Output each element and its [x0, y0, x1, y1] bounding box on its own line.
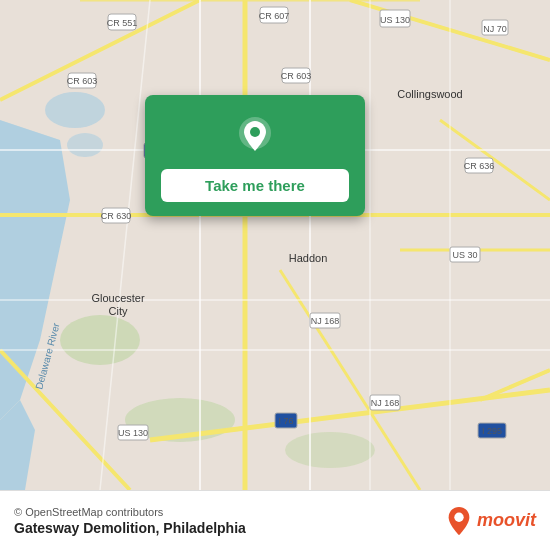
- bottom-info: © OpenStreetMap contributors Gatesway De…: [14, 506, 246, 536]
- svg-text:City: City: [109, 305, 128, 317]
- moovit-logo-text: moovit: [477, 510, 536, 531]
- location-pin-icon: [233, 113, 277, 157]
- map-attribution: © OpenStreetMap contributors: [14, 506, 246, 518]
- take-me-there-button[interactable]: Take me there: [161, 169, 349, 202]
- svg-text:NJ 168: NJ 168: [371, 398, 400, 408]
- svg-text:CR 551: CR 551: [107, 18, 138, 28]
- svg-text:CR 630: CR 630: [101, 211, 132, 221]
- svg-point-64: [454, 512, 463, 521]
- svg-text:I 76: I 76: [278, 416, 293, 426]
- location-label: Gatesway Demolition, Philadelphia: [14, 520, 246, 536]
- svg-text:I 295: I 295: [482, 426, 502, 436]
- svg-text:CR 636: CR 636: [464, 161, 495, 171]
- svg-text:Haddon: Haddon: [289, 252, 328, 264]
- svg-text:NJ 70: NJ 70: [483, 24, 507, 34]
- svg-text:CR 607: CR 607: [259, 11, 290, 21]
- svg-text:US 130: US 130: [380, 15, 410, 25]
- svg-point-3: [45, 92, 105, 128]
- svg-text:CR 603: CR 603: [281, 71, 312, 81]
- map-container: CR 551 CR 607 US 130 NJ 70 CR 603 CR 603…: [0, 0, 550, 490]
- svg-text:CR 603: CR 603: [67, 76, 98, 86]
- svg-point-7: [285, 432, 375, 468]
- moovit-pin-icon: [445, 505, 473, 537]
- moovit-logo: moovit: [445, 505, 536, 537]
- svg-text:Gloucester: Gloucester: [91, 292, 145, 304]
- svg-text:US 130: US 130: [118, 428, 148, 438]
- svg-point-63: [250, 127, 260, 137]
- bottom-bar: © OpenStreetMap contributors Gatesway De…: [0, 490, 550, 550]
- svg-point-4: [67, 133, 103, 157]
- popup-card: Take me there: [145, 95, 365, 216]
- svg-text:US 30: US 30: [452, 250, 477, 260]
- svg-point-5: [60, 315, 140, 365]
- svg-text:NJ 168: NJ 168: [311, 316, 340, 326]
- svg-text:Collingswood: Collingswood: [397, 88, 462, 100]
